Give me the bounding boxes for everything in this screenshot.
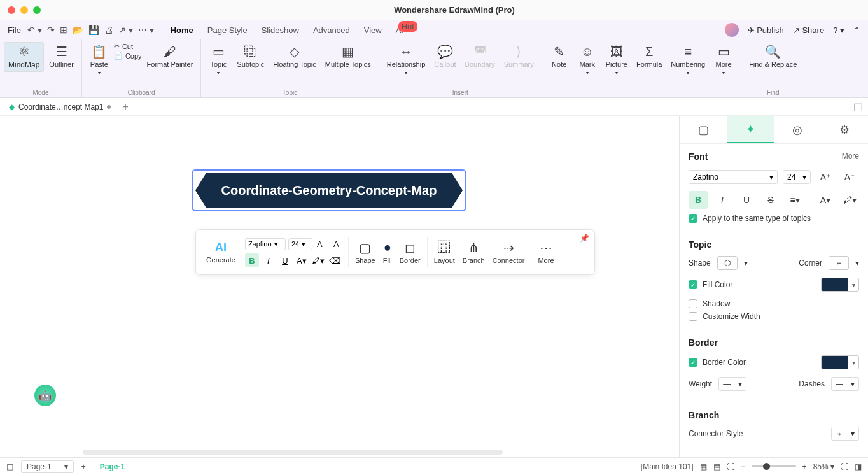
relationship-button[interactable]: ↔Relationship▾ [383,42,430,78]
sidetab-map-icon[interactable]: ◎ [774,116,821,143]
numbering-button[interactable]: ≡Numbering▾ [667,42,709,78]
font-color-dropdown[interactable]: A▾ [816,191,835,209]
user-avatar[interactable] [725,23,739,37]
shape-dropdown[interactable]: ⬡ [717,256,738,270]
highlight-dropdown[interactable]: 🖍▾ [840,191,859,209]
open-icon[interactable]: 📂 [73,25,83,35]
customize-width-checkbox[interactable]: Customize Width [689,312,859,321]
underline-button[interactable]: U [278,253,292,267]
layout-button[interactable]: ⿵Layout [430,241,459,264]
fit-screen-icon[interactable]: ⛶ [727,462,734,471]
more-insert-button[interactable]: ▭More▾ [710,42,737,78]
sidetab-topic-icon[interactable]: ▢ [680,116,727,143]
sidetab-settings-icon[interactable]: ⚙ [821,116,868,143]
font-more-link[interactable]: More [842,152,859,160]
print-icon[interactable]: 🖨 [104,25,113,35]
undo-icon[interactable]: ↶ ▾ [27,25,42,35]
tab-ai[interactable]: AIHot [396,25,403,35]
pin-icon[interactable]: 📌 [580,234,589,243]
shadow-checkbox[interactable]: Shadow [689,299,859,308]
page-tab[interactable]: Page-1 [94,462,131,471]
dashes-dropdown[interactable]: —▾ [831,377,859,391]
font-family-select[interactable]: Zapfino▾ [245,238,286,250]
bold-toggle[interactable]: B [689,191,708,209]
add-tab-button[interactable]: + [122,101,128,113]
export-icon[interactable]: ↗ ▾ [118,25,133,35]
corner-dropdown[interactable]: ⌐ [829,256,849,270]
save-icon[interactable]: 💾 [88,25,99,35]
zoom-level[interactable]: 85% ▾ [813,462,834,471]
share-button[interactable]: ↗ Share [793,25,824,35]
copy-button[interactable]: 📄 Copy [114,52,142,60]
shape-button[interactable]: ▢Shape [351,241,379,264]
multiple-topics-button[interactable]: ▦Multiple Topics [321,42,375,71]
mindmap-mode[interactable]: ⚛MindMap [4,42,44,72]
publish-button[interactable]: ✈ Publish [748,25,784,35]
highlight-button[interactable]: 🖍▾ [311,253,325,267]
italic-toggle[interactable]: I [713,191,732,209]
border-color-checkbox[interactable]: ✓Border Color [689,358,746,367]
align-toggle[interactable]: ≡▾ [785,191,804,209]
page-select[interactable]: Page-1▾ [21,460,74,473]
fullscreen-icon[interactable]: ⛶ [841,462,848,471]
strikethrough-toggle[interactable]: S [761,191,780,209]
floating-topic-button[interactable]: ◇Floating Topic [269,42,320,71]
ai-generate-button[interactable]: AI Generate [202,241,239,264]
ai-assistant-bot[interactable]: 🤖 [34,385,56,406]
connector-style-dropdown[interactable]: ⤷▾ [831,427,859,441]
connector-button[interactable]: ⇢Connector [489,241,529,264]
tab-page-style[interactable]: Page Style [207,25,248,35]
find-replace-button[interactable]: 🔍Find & Replace [745,42,801,71]
horizontal-scrollbar[interactable] [83,450,503,455]
close-window[interactable] [8,6,15,14]
tab-advanced[interactable]: Advanced [313,25,350,35]
font-family-dropdown[interactable]: Zapfino▾ [689,170,778,184]
bold-button[interactable]: B [245,253,259,267]
note-button[interactable]: ✎Note [546,42,573,71]
border-color-swatch[interactable]: ▾ [821,355,859,369]
font-size-select[interactable]: 24▾ [288,238,312,250]
tab-home[interactable]: Home [171,25,193,35]
more-button[interactable]: ⋯More [534,241,557,264]
panel-icon[interactable]: ◨ [855,462,862,471]
increase-font-icon[interactable]: A⁺ [315,237,329,251]
zoom-slider[interactable] [752,465,796,467]
apply-same-type-checkbox[interactable]: ✓Apply to the same type of topics [689,214,859,223]
panel-toggle-icon[interactable]: ◫ [853,101,863,113]
fill-color-swatch[interactable]: ▾ [821,278,859,292]
decrease-font-icon[interactable]: A⁻ [332,237,346,251]
add-page-button[interactable]: + [81,462,86,471]
paste-button[interactable]: 📋Paste▾ [86,42,113,78]
minimize-window[interactable] [20,6,28,14]
maximize-window[interactable] [33,6,41,14]
subtopic-button[interactable]: ⿻Subtopic [233,42,268,71]
increase-font-button[interactable]: A⁺ [816,168,835,186]
font-color-button[interactable]: A▾ [295,253,309,267]
more-icon[interactable]: ⋯ ▾ [138,25,154,35]
weight-dropdown[interactable]: —▾ [718,377,746,391]
picture-button[interactable]: 🖼Picture▾ [602,42,631,78]
outliner-mode[interactable]: ☰Outliner [45,42,78,71]
document-tab[interactable]: ◆ Coordinate…ncept Map1 [5,103,115,111]
underline-toggle[interactable]: U [737,191,756,209]
sidetab-style-icon[interactable]: ✦ [727,116,774,143]
tab-slideshow[interactable]: Slideshow [262,25,299,35]
zoom-in-button[interactable]: + [802,462,807,471]
tab-view[interactable]: View [364,25,382,35]
zoom-out-button[interactable]: − [741,462,745,471]
outline-view-icon[interactable]: ◫ [6,462,13,471]
decrease-font-button[interactable]: A⁻ [840,168,859,186]
view-page-icon[interactable]: ▤ [713,462,720,471]
clear-format-button[interactable]: ⌫ [328,253,342,267]
collapse-icon[interactable]: ⌃ [853,25,860,35]
view-grid-icon[interactable]: ▦ [700,462,707,471]
fill-color-checkbox[interactable]: ✓Fill Color [689,280,732,289]
help-icon[interactable]: ? ▾ [833,25,844,35]
fill-button[interactable]: ●Fill [379,241,396,264]
central-topic[interactable]: Coordinate-Geometry-Concept-Map [194,172,464,209]
italic-button[interactable]: I [262,253,276,267]
topic-button[interactable]: ▭Topic▾ [205,42,232,78]
font-size-dropdown[interactable]: 24▾ [783,170,811,184]
formula-button[interactable]: ΣFormula [633,42,666,71]
mark-button[interactable]: ☺Mark▾ [574,42,601,78]
